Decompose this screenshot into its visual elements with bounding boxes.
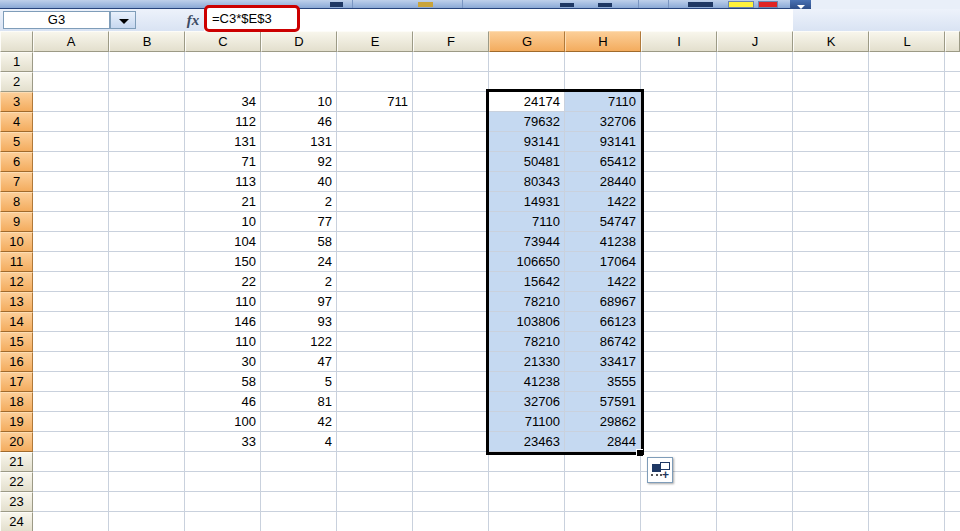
cell-C2[interactable] (185, 72, 261, 92)
cell-C5[interactable]: 131 (185, 132, 261, 152)
name-box-dropdown-button[interactable] (110, 11, 136, 29)
cell-K22[interactable] (793, 472, 869, 492)
cell-B23[interactable] (109, 492, 185, 512)
column-header-E[interactable]: E (337, 31, 413, 52)
cell-J9[interactable] (717, 212, 793, 232)
column-header-J[interactable]: J (717, 31, 793, 52)
cell-C24[interactable] (185, 512, 261, 531)
cell-C8[interactable]: 21 (185, 192, 261, 212)
cell-G24[interactable] (489, 512, 565, 531)
cell-I12[interactable] (641, 272, 717, 292)
cell-B13[interactable] (109, 292, 185, 312)
cell-F10[interactable] (413, 232, 489, 252)
cell-partial[interactable] (945, 292, 960, 312)
cell-A7[interactable] (33, 172, 109, 192)
cell-D8[interactable]: 2 (261, 192, 337, 212)
cell-E10[interactable] (337, 232, 413, 252)
selection-border[interactable] (486, 89, 644, 455)
cell-C4[interactable]: 112 (185, 112, 261, 132)
cell-J18[interactable] (717, 392, 793, 412)
cell-J11[interactable] (717, 252, 793, 272)
cell-J21[interactable] (717, 452, 793, 472)
cell-partial[interactable] (945, 332, 960, 352)
cell-G21[interactable] (489, 452, 565, 472)
fill-color-swatch[interactable] (728, 1, 754, 8)
row-header-7[interactable]: 7 (0, 172, 33, 192)
cell-F12[interactable] (413, 272, 489, 292)
row-header-20[interactable]: 20 (0, 432, 33, 452)
font-color-swatch[interactable] (758, 1, 778, 8)
cell-E11[interactable] (337, 252, 413, 272)
cell-B19[interactable] (109, 412, 185, 432)
cell-J15[interactable] (717, 332, 793, 352)
cell-H22[interactable] (565, 472, 641, 492)
cell-E23[interactable] (337, 492, 413, 512)
row-header-21[interactable]: 21 (0, 452, 33, 472)
cell-J13[interactable] (717, 292, 793, 312)
cell-D17[interactable]: 5 (261, 372, 337, 392)
merge-cells-icon[interactable] (560, 3, 574, 7)
cell-A16[interactable] (33, 352, 109, 372)
column-header-H[interactable]: H (565, 31, 641, 52)
cell-D16[interactable]: 47 (261, 352, 337, 372)
cell-K17[interactable] (793, 372, 869, 392)
cell-F8[interactable] (413, 192, 489, 212)
cell-D23[interactable] (261, 492, 337, 512)
cell-J5[interactable] (717, 132, 793, 152)
cell-F13[interactable] (413, 292, 489, 312)
row-header-8[interactable]: 8 (0, 192, 33, 212)
cell-E5[interactable] (337, 132, 413, 152)
cell-partial[interactable] (945, 132, 960, 152)
cell-E13[interactable] (337, 292, 413, 312)
row-header-15[interactable]: 15 (0, 332, 33, 352)
cell-K24[interactable] (793, 512, 869, 531)
cell-D20[interactable]: 4 (261, 432, 337, 452)
cell-partial[interactable] (945, 92, 960, 112)
cell-F20[interactable] (413, 432, 489, 452)
cell-C18[interactable]: 46 (185, 392, 261, 412)
cell-D11[interactable]: 24 (261, 252, 337, 272)
cell-H24[interactable] (565, 512, 641, 531)
cell-C12[interactable]: 22 (185, 272, 261, 292)
cell-J16[interactable] (717, 352, 793, 372)
cell-L14[interactable] (869, 312, 945, 332)
cell-K20[interactable] (793, 432, 869, 452)
cell-K12[interactable] (793, 272, 869, 292)
cell-J23[interactable] (717, 492, 793, 512)
cell-D24[interactable] (261, 512, 337, 531)
row-header-2[interactable]: 2 (0, 72, 33, 92)
row-header-11[interactable]: 11 (0, 252, 33, 272)
row-header-12[interactable]: 12 (0, 272, 33, 292)
cell-E8[interactable] (337, 192, 413, 212)
cell-F16[interactable] (413, 352, 489, 372)
cell-J12[interactable] (717, 272, 793, 292)
cell-L24[interactable] (869, 512, 945, 531)
cell-C19[interactable]: 100 (185, 412, 261, 432)
cell-B9[interactable] (109, 212, 185, 232)
cell-F5[interactable] (413, 132, 489, 152)
autofill-options-button[interactable]: + (647, 457, 673, 483)
cell-L12[interactable] (869, 272, 945, 292)
cell-J14[interactable] (717, 312, 793, 332)
row-header-23[interactable]: 23 (0, 492, 33, 512)
cell-C10[interactable]: 104 (185, 232, 261, 252)
currency-icon[interactable] (598, 3, 612, 7)
cell-I14[interactable] (641, 312, 717, 332)
cell-E18[interactable] (337, 392, 413, 412)
cell-A24[interactable] (33, 512, 109, 531)
cell-J7[interactable] (717, 172, 793, 192)
cell-A21[interactable] (33, 452, 109, 472)
cell-I4[interactable] (641, 112, 717, 132)
cell-E12[interactable] (337, 272, 413, 292)
cell-A15[interactable] (33, 332, 109, 352)
cell-F1[interactable] (413, 52, 489, 72)
cell-E20[interactable] (337, 432, 413, 452)
cell-B3[interactable] (109, 92, 185, 112)
cell-partial[interactable] (945, 452, 960, 472)
row-header-24[interactable]: 24 (0, 512, 33, 531)
cell-K23[interactable] (793, 492, 869, 512)
cell-B10[interactable] (109, 232, 185, 252)
cell-partial[interactable] (945, 52, 960, 72)
cell-C20[interactable]: 33 (185, 432, 261, 452)
row-header-19[interactable]: 19 (0, 412, 33, 432)
